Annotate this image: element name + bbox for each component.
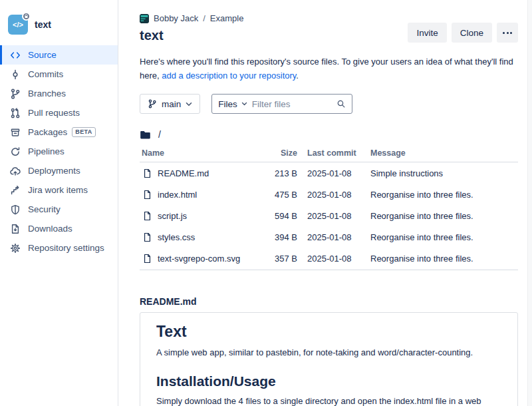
repo-name: text <box>35 19 51 30</box>
file-icon <box>142 232 152 242</box>
sidebar-item-label: Security <box>28 204 61 214</box>
breadcrumb: Bobby Jack / Example <box>140 13 518 23</box>
more-options-icon <box>503 32 512 34</box>
files-dropdown[interactable]: Files <box>218 99 247 109</box>
readme-heading-text: Text <box>156 323 501 341</box>
readme-paragraph: Simply download the 4 files to a single … <box>156 395 501 406</box>
file-size: 594 B <box>263 211 297 221</box>
breadcrumb-project-link[interactable]: Example <box>210 13 244 23</box>
file-last-commit: 2025-01-08 <box>297 168 370 178</box>
files-dropdown-label: Files <box>218 99 237 109</box>
branch-icon <box>148 99 157 108</box>
code-icon <box>9 49 21 61</box>
table-row[interactable]: script.js 594 B 2025-01-08 Reorganise in… <box>140 205 518 226</box>
more-options-button[interactable] <box>497 23 518 43</box>
clone-button[interactable]: Clone <box>452 23 492 43</box>
current-path: / <box>140 129 518 140</box>
sidebar-item-repository-settings[interactable]: Repository settings <box>0 238 118 258</box>
file-icon <box>142 190 152 200</box>
file-last-commit: 2025-01-08 <box>297 211 370 221</box>
sidebar-item-pull-requests[interactable]: Pull requests <box>0 103 118 122</box>
gear-icon <box>9 242 21 254</box>
sidebar-item-label: Jira work items <box>28 185 88 195</box>
filter-files-input[interactable] <box>252 99 332 109</box>
file-last-commit: 2025-01-08 <box>297 190 370 200</box>
file-last-commit: 2025-01-08 <box>297 254 370 264</box>
file-name: README.md <box>158 168 209 178</box>
sidebar-item-jira-work-items[interactable]: Jira work items <box>0 180 118 200</box>
file-icon <box>142 211 152 221</box>
sidebar-item-label: Repository settings <box>28 243 104 253</box>
shield-icon <box>9 204 21 215</box>
file-commit-message: Reorganise into three files. <box>370 190 518 200</box>
breadcrumb-workspace-link[interactable]: Bobby Jack <box>154 13 198 23</box>
repo-header: </> text <box>0 0 118 44</box>
sidebar-item-source[interactable]: Source <box>0 45 118 65</box>
file-name: index.html <box>158 190 197 200</box>
sidebar-item-pipelines[interactable]: Pipelines <box>0 142 118 161</box>
file-commit-message: Simple instructions <box>370 168 518 178</box>
file-table-header: Name Size Last commit Message <box>140 148 518 162</box>
file-filter: Files <box>211 94 352 114</box>
readme-preview: Text A simple web app, similar to pasteb… <box>140 312 518 406</box>
sidebar-item-branches[interactable]: Branches <box>0 84 118 103</box>
file-icon <box>142 168 152 178</box>
file-table-body: README.md 213 B 2025-01-08 Simple instru… <box>140 162 518 270</box>
sidebar-item-label: Pull requests <box>28 108 80 118</box>
sidebar-item-label: Source <box>28 50 57 60</box>
sidebar-item-label: Downloads <box>28 224 72 234</box>
branch-name: main <box>162 99 181 109</box>
sidebar-item-label: Branches <box>28 89 66 99</box>
file-name: text-svgrepo-com.svg <box>158 254 240 264</box>
column-header-message: Message <box>370 148 518 158</box>
source-controls: main Files <box>140 94 518 114</box>
add-description-link[interactable]: add a description to your repository <box>162 71 296 81</box>
table-row[interactable]: index.html 475 B 2025-01-08 Reorganise i… <box>140 184 518 205</box>
file-size: 357 B <box>263 254 297 264</box>
sidebar-item-label: Packages <box>28 127 67 137</box>
column-header-size: Size <box>263 148 297 158</box>
file-last-commit: 2025-01-08 <box>297 232 370 242</box>
file-commit-message: Reorganise into three files. <box>370 211 518 221</box>
branch-icon <box>9 88 21 99</box>
column-header-last-commit: Last commit <box>297 148 370 158</box>
readme-paragraph: A simple web app, similar to pastebin, f… <box>156 347 501 358</box>
path-label: / <box>158 129 161 140</box>
sidebar-item-commits[interactable]: Commits <box>0 65 118 84</box>
repo-avatar[interactable]: </> <box>8 15 28 35</box>
sidebar-item-label: Deployments <box>28 166 80 176</box>
sidebar-item-label: Pipelines <box>28 146 65 156</box>
file-commit-message: Reorganise into three files. <box>370 254 518 264</box>
table-row[interactable]: README.md 213 B 2025-01-08 Simple instru… <box>140 162 518 184</box>
file-commit-message: Reorganise into three files. <box>370 232 518 242</box>
deployments-icon <box>9 165 21 176</box>
sidebar-item-packages[interactable]: Packages BETA <box>0 122 118 142</box>
file-size: 394 B <box>263 232 297 242</box>
pipelines-icon <box>9 146 21 157</box>
beta-badge: BETA <box>72 127 95 137</box>
description-period: . <box>296 71 299 81</box>
readme-file-label: README.md <box>140 296 518 307</box>
column-header-name: Name <box>140 148 263 158</box>
scrollbar-track[interactable] <box>527 0 532 406</box>
sidebar-item-downloads[interactable]: Downloads <box>0 219 118 238</box>
file-size: 475 B <box>263 190 297 200</box>
jira-icon <box>9 184 21 196</box>
file-size: 213 B <box>263 168 297 178</box>
workspace-avatar-icon <box>140 14 149 23</box>
table-row[interactable]: styles.css 394 B 2025-01-08 Reorganise i… <box>140 226 518 248</box>
file-name: styles.css <box>158 232 195 242</box>
sidebar-item-label: Commits <box>28 69 63 79</box>
chevron-down-icon <box>241 102 247 106</box>
invite-button[interactable]: Invite <box>408 23 446 43</box>
sidebar-item-security[interactable]: Security <box>0 200 118 219</box>
file-name: script.js <box>158 211 187 221</box>
table-row[interactable]: text-svgrepo-com.svg 357 B 2025-01-08 Re… <box>140 248 518 269</box>
private-lock-badge-icon <box>22 12 31 21</box>
breadcrumb-separator: / <box>203 13 205 23</box>
branch-selector[interactable]: main <box>140 94 200 114</box>
file-icon <box>142 254 152 264</box>
package-icon <box>9 126 21 138</box>
chevron-down-icon <box>186 102 192 106</box>
sidebar-item-deployments[interactable]: Deployments <box>0 161 118 180</box>
